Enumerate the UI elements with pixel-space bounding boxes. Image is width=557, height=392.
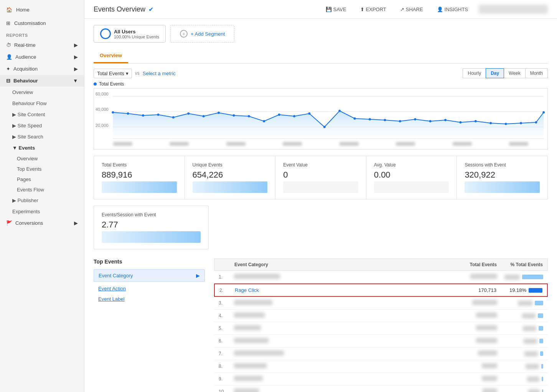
percent-bar bbox=[542, 377, 543, 381]
svg-point-10 bbox=[187, 112, 190, 115]
chevron-right-icon: ▶ bbox=[74, 220, 78, 226]
sidebar-item-site-content[interactable]: ▶ Site Content bbox=[0, 109, 84, 120]
segment-sublabel: 100.00% Unique Events bbox=[114, 35, 159, 39]
filter-event-label[interactable]: Event Label bbox=[94, 294, 205, 304]
x-label bbox=[339, 142, 359, 146]
svg-point-27 bbox=[444, 119, 447, 121]
row-value bbox=[451, 338, 497, 344]
chevron-right-icon: ▶ bbox=[196, 273, 200, 278]
sidebar-item-site-speed[interactable]: ▶ Site Speed bbox=[0, 120, 84, 131]
metric-sparkline bbox=[283, 181, 358, 193]
legend-label: Total Events bbox=[99, 81, 124, 87]
save-button[interactable]: 💾 SAVE bbox=[323, 5, 349, 14]
row-percent bbox=[497, 389, 543, 392]
filter-event-action[interactable]: Event Action bbox=[94, 283, 205, 294]
time-btn-hourly[interactable]: Hourly bbox=[463, 68, 486, 78]
legend-dot bbox=[94, 82, 97, 86]
sidebar-item-behaviour-flow[interactable]: Behaviour Flow bbox=[0, 98, 84, 109]
svg-point-24 bbox=[399, 120, 401, 122]
row-num: 1. bbox=[219, 274, 234, 280]
row-value bbox=[451, 313, 497, 319]
sidebar-item-behaviour-overview[interactable]: Overview bbox=[0, 87, 84, 98]
percent-bar bbox=[535, 301, 543, 305]
time-buttons: Hourly Day Week Month bbox=[463, 68, 548, 78]
sidebar-audience-label: Audience bbox=[15, 54, 36, 60]
add-segment-button[interactable]: + + Add Segment bbox=[170, 25, 234, 43]
export-label: EXPORT bbox=[366, 7, 386, 12]
row-num: 6. bbox=[219, 338, 234, 344]
metric-label: Event Value bbox=[283, 162, 358, 168]
left-panel: Top Events Event Category ▶ Event Action… bbox=[94, 259, 205, 392]
content-area: All Users 100.00% Unique Events + + Add … bbox=[84, 19, 557, 392]
select-metric-link[interactable]: Select a metric bbox=[143, 71, 176, 76]
row-value bbox=[451, 351, 497, 357]
row-name bbox=[234, 274, 451, 280]
sidebar-item-realtime[interactable]: ⏱ Real-time ▶ bbox=[0, 39, 84, 51]
row-percent: 19.18% bbox=[496, 287, 542, 293]
sidebar-item-publisher[interactable]: ▶ Publisher bbox=[0, 195, 84, 206]
chart-container: 60,000 40,000 20,000 bbox=[94, 88, 548, 150]
time-btn-day[interactable]: Day bbox=[486, 68, 504, 78]
sidebar-item-pages[interactable]: Pages bbox=[0, 174, 84, 184]
filter-event-category[interactable]: Event Category ▶ bbox=[94, 269, 205, 282]
share-button[interactable]: ↗ SHARE bbox=[397, 5, 426, 14]
export-button[interactable]: ⬆ EXPORT bbox=[357, 5, 389, 14]
svg-point-14 bbox=[248, 115, 250, 117]
person-icon: 👤 bbox=[6, 54, 12, 60]
save-icon: 💾 bbox=[326, 7, 332, 12]
percent-bar bbox=[539, 326, 543, 331]
filter-label: Event Category bbox=[99, 273, 133, 278]
sidebar-item-events-overview[interactable]: Overview bbox=[0, 153, 84, 164]
sidebar-item-customisation[interactable]: ⊞ Customisation bbox=[0, 16, 84, 30]
row-name bbox=[234, 363, 451, 369]
insights-button[interactable]: 👤 INSIGHTS bbox=[434, 5, 471, 14]
metric-unique-events: Unique Events 654,226 bbox=[185, 156, 276, 199]
sidebar-item-top-events[interactable]: Top Events bbox=[0, 164, 84, 174]
row-num: 9. bbox=[219, 376, 234, 382]
row-percent bbox=[497, 377, 543, 382]
percent-bar bbox=[522, 275, 543, 279]
sidebar-item-site-search[interactable]: ▶ Site Search bbox=[0, 131, 84, 142]
sidebar-item-acquisition[interactable]: ✦ Acquisition ▶ bbox=[0, 63, 84, 75]
svg-point-23 bbox=[384, 119, 386, 121]
sidebar-item-home[interactable]: 🏠 Home bbox=[0, 3, 84, 16]
reports-label: REPORTS bbox=[0, 30, 84, 39]
customisation-icon: ⊞ bbox=[6, 20, 10, 26]
segment-label: All Users bbox=[114, 29, 159, 35]
metric-sparkline bbox=[102, 181, 177, 193]
session-sparkline bbox=[102, 231, 201, 243]
x-label bbox=[113, 142, 132, 146]
svg-point-8 bbox=[157, 114, 159, 116]
chart-legend: Total Events bbox=[94, 81, 548, 87]
metric-label: Unique Events bbox=[193, 162, 268, 168]
table-row: 3. bbox=[214, 297, 548, 310]
export-icon: ⬆ bbox=[360, 7, 364, 12]
sidebar-item-events-flow[interactable]: Events Flow bbox=[0, 184, 84, 195]
metric-label: Sessions with Event bbox=[465, 162, 540, 168]
metric-dropdown[interactable]: Total Events ▾ bbox=[94, 69, 132, 78]
percent-bar bbox=[539, 339, 543, 343]
metric-total-events: Total Events 889,916 bbox=[94, 156, 185, 199]
row-name bbox=[234, 389, 451, 392]
time-btn-month[interactable]: Month bbox=[525, 68, 548, 78]
sidebar-item-conversions[interactable]: 🚩 Conversions ▶ bbox=[0, 217, 84, 229]
session-metric-value: 2.77 bbox=[102, 220, 201, 230]
sidebar-behaviour-label: Behaviour bbox=[13, 78, 38, 84]
sidebar-item-audience[interactable]: 👤 Audience ▶ bbox=[0, 51, 84, 63]
save-label: SAVE bbox=[333, 7, 346, 12]
segment-circle bbox=[100, 28, 111, 39]
y-label-40k: 40,000 bbox=[96, 107, 109, 112]
tab-overview[interactable]: Overview bbox=[94, 49, 128, 63]
sidebar-item-experiments[interactable]: Experiments bbox=[0, 206, 84, 217]
verified-icon: ✔ bbox=[148, 6, 153, 13]
sidebar-item-events[interactable]: ▼ Events bbox=[0, 142, 84, 153]
page-title: Events Overview bbox=[94, 5, 145, 13]
metric-sessions-with-event: Sessions with Event 320,922 bbox=[457, 156, 547, 199]
time-btn-week[interactable]: Week bbox=[504, 68, 525, 78]
sidebar-item-behaviour[interactable]: ⊟ Behaviour ▼ bbox=[0, 75, 84, 87]
table-row: 7. bbox=[214, 348, 548, 360]
y-label-20k: 20,000 bbox=[96, 123, 109, 128]
row-name-rage-click[interactable]: Rage Click bbox=[235, 287, 450, 293]
row-num: 4. bbox=[219, 313, 234, 318]
all-users-segment[interactable]: All Users 100.00% Unique Events bbox=[94, 25, 166, 43]
